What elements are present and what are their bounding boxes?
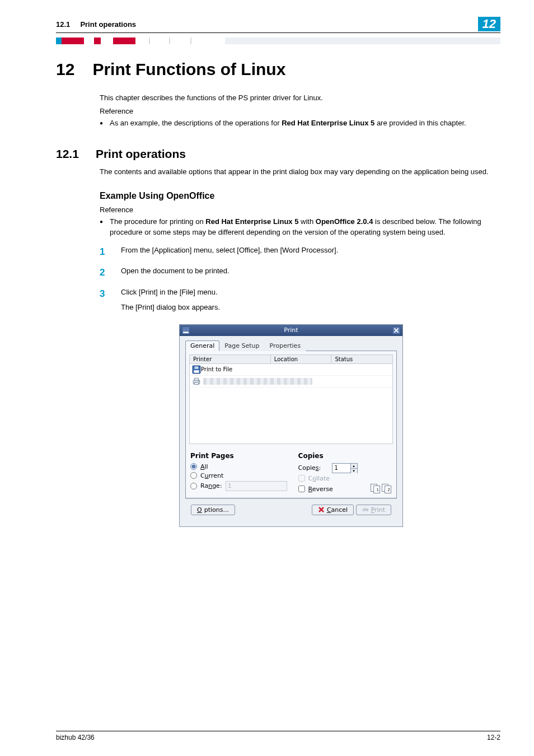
svg-point-9 xyxy=(198,380,199,381)
step-3-text: Click [Print] in the [File] menu. xyxy=(121,287,220,298)
redacted-printer-name xyxy=(203,378,312,385)
radio-all[interactable]: All xyxy=(190,463,287,470)
copies-value: 1 xyxy=(332,464,350,473)
h1: 12 Print Functions of Linux xyxy=(56,60,500,79)
close-icon[interactable] xyxy=(392,326,400,334)
decorative-strip xyxy=(56,38,500,44)
print-pages-title: Print Pages xyxy=(190,452,287,460)
tab-panel-general: Printer Location Status Print to File xyxy=(185,351,397,498)
tab-general[interactable]: General xyxy=(185,340,219,351)
dialog-footer: Options... Cancel Print xyxy=(185,498,397,521)
dialog-tabs: General Page Setup Properties xyxy=(185,340,397,351)
print-dialog: Print General Page Setup Properties Prin… xyxy=(179,324,403,527)
radio-range-input[interactable] xyxy=(190,483,197,489)
copies-row: Copies: 1 ▴ ▾ xyxy=(298,463,392,473)
footer-right: 12-2 xyxy=(487,734,500,741)
doc-header: 12.1 Print operations 12 xyxy=(56,17,500,33)
check-reverse-input[interactable] xyxy=(298,486,305,492)
step-2: 2 Open the document to be printed. xyxy=(100,265,500,280)
svg-rect-8 xyxy=(195,382,199,384)
copies-group: Copies Copies: 1 ▴ ▾ xyxy=(298,452,392,494)
h2: 12.1 Print operations xyxy=(56,147,500,161)
print-icon xyxy=(362,506,369,513)
options-button[interactable]: Options... xyxy=(191,505,235,515)
intro-bullet: As an example, the descriptions of the o… xyxy=(100,118,500,129)
section-paragraph: The contents and available options that … xyxy=(100,166,500,178)
reference-label: Reference xyxy=(100,107,500,115)
spin-down-icon[interactable]: ▾ xyxy=(350,469,357,473)
printer-list[interactable]: Printer Location Status Print to File xyxy=(189,354,393,444)
step-3: 3 Click [Print] in the [File] menu. The … xyxy=(100,287,500,313)
copies-spinner[interactable]: 1 ▴ ▾ xyxy=(332,463,358,473)
h1-number: 12 xyxy=(56,60,74,79)
tab-properties[interactable]: Properties xyxy=(265,340,306,351)
collate-icon: 11 22 xyxy=(371,484,392,494)
printer-list-header: Printer Location Status xyxy=(190,355,392,364)
col-header-status[interactable]: Status xyxy=(331,355,392,363)
save-icon xyxy=(192,365,201,374)
copies-title: Copies xyxy=(298,452,392,460)
h3: Example Using OpenOffice xyxy=(100,191,500,201)
radio-current-input[interactable] xyxy=(190,472,197,479)
col-header-printer[interactable]: Printer xyxy=(190,355,271,363)
dialog-title: Print xyxy=(190,326,392,334)
radio-range[interactable]: Range: xyxy=(190,481,287,491)
cancel-icon xyxy=(318,506,325,513)
svg-rect-14 xyxy=(364,511,367,512)
range-input[interactable] xyxy=(226,481,287,491)
h1-text: Print Functions of Linux xyxy=(92,60,285,79)
footer-left: bizhub 42/36 xyxy=(56,734,95,741)
step-2-number: 2 xyxy=(100,265,107,280)
radio-all-input[interactable] xyxy=(190,463,197,470)
header-left: 12.1 Print operations xyxy=(56,20,136,29)
check-collate[interactable]: Collate xyxy=(298,475,392,482)
print-button[interactable]: Print xyxy=(356,505,391,515)
step-1-text: From the [Application] menu, select [Off… xyxy=(121,245,338,259)
minimize-icon[interactable] xyxy=(182,326,190,334)
header-section-num: 12.1 xyxy=(56,20,70,29)
svg-rect-4 xyxy=(194,370,199,373)
printer-row-device[interactable] xyxy=(190,376,392,388)
h3-reference-label: Reference xyxy=(100,206,500,214)
tab-page-setup[interactable]: Page Setup xyxy=(219,340,264,351)
svg-rect-7 xyxy=(195,378,199,380)
h3-bullet: The procedure for printing on Red Hat En… xyxy=(100,216,500,238)
step-1-number: 1 xyxy=(100,245,107,259)
printer-row-file-label: Print to File xyxy=(201,366,232,372)
print-pages-group: Print Pages All Current Range: xyxy=(190,452,287,494)
doc-footer: bizhub 42/36 12-2 xyxy=(56,731,500,741)
chapter-badge: 12 xyxy=(478,17,500,31)
check-collate-input xyxy=(298,475,305,482)
check-reverse[interactable]: Reverse xyxy=(298,486,333,493)
svg-rect-13 xyxy=(364,507,367,508)
svg-rect-5 xyxy=(195,366,199,369)
printer-row-file[interactable]: Print to File xyxy=(190,364,392,376)
header-section-title: Print operations xyxy=(80,20,136,29)
h2-number: 12.1 xyxy=(56,147,79,161)
intro-p1: This chapter describes the functions of … xyxy=(100,92,500,104)
h2-text: Print operations xyxy=(96,147,186,161)
printer-list-empty xyxy=(190,388,392,444)
dialog-titlebar[interactable]: Print xyxy=(180,325,402,336)
spin-up-icon[interactable]: ▴ xyxy=(350,464,357,469)
step-3-number: 3 xyxy=(100,287,107,313)
printer-icon xyxy=(192,377,201,386)
step-3-sub: The [Print] dialog box appears. xyxy=(121,302,220,313)
cancel-button[interactable]: Cancel xyxy=(312,505,354,515)
svg-rect-0 xyxy=(183,332,189,333)
col-header-location[interactable]: Location xyxy=(271,355,332,363)
radio-current[interactable]: Current xyxy=(190,472,287,479)
step-1: 1 From the [Application] menu, select [O… xyxy=(100,245,500,259)
step-2-text: Open the document to be printed. xyxy=(121,265,229,280)
